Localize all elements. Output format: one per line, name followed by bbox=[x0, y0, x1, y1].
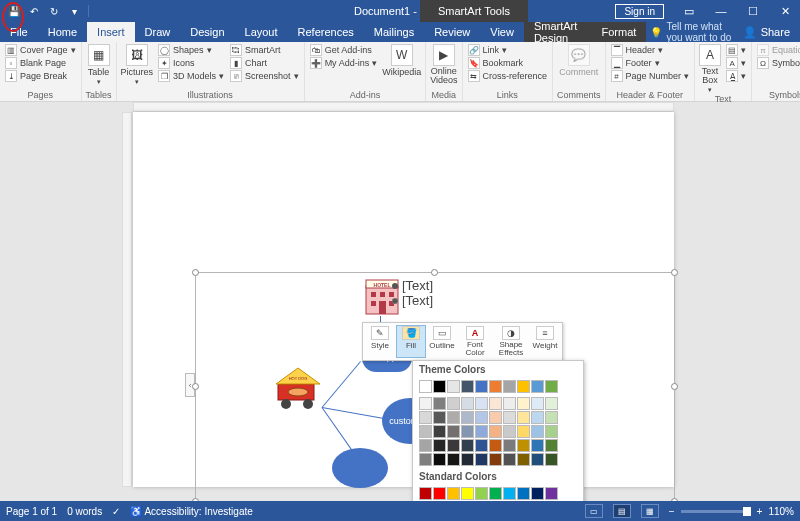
zoom-slider-thumb[interactable] bbox=[743, 507, 751, 516]
tab-references[interactable]: References bbox=[288, 22, 364, 42]
color-swatch[interactable] bbox=[419, 380, 432, 393]
sign-in-button[interactable]: Sign in bbox=[615, 4, 664, 19]
qat-customize-icon[interactable]: ▾ bbox=[66, 3, 82, 19]
tab-home[interactable]: Home bbox=[38, 22, 87, 42]
smartart-node-empty[interactable] bbox=[332, 448, 388, 488]
color-swatch[interactable] bbox=[447, 487, 460, 500]
color-swatch[interactable] bbox=[475, 397, 488, 410]
color-swatch[interactable] bbox=[433, 397, 446, 410]
link-button[interactable]: 🔗Link ▾ bbox=[467, 44, 549, 56]
color-swatch[interactable] bbox=[489, 397, 502, 410]
wordart-button[interactable]: A▾ bbox=[725, 57, 747, 69]
color-swatch[interactable] bbox=[531, 380, 544, 393]
color-swatch[interactable] bbox=[433, 380, 446, 393]
shapes-button[interactable]: ◯Shapes ▾ bbox=[157, 44, 225, 56]
color-swatch[interactable] bbox=[531, 397, 544, 410]
smartart-button[interactable]: ⿻SmartArt bbox=[229, 44, 300, 56]
fill-button[interactable]: 🪣Fill bbox=[396, 325, 426, 358]
style-button[interactable]: ✎Style bbox=[365, 325, 395, 358]
color-swatch[interactable] bbox=[503, 439, 516, 452]
color-swatch[interactable] bbox=[433, 411, 446, 424]
ribbon-options-icon[interactable]: ▭ bbox=[674, 0, 704, 22]
color-swatch[interactable] bbox=[461, 380, 474, 393]
color-swatch[interactable] bbox=[419, 487, 432, 500]
color-swatch[interactable] bbox=[489, 487, 502, 500]
color-swatch[interactable] bbox=[475, 453, 488, 466]
3d-models-button[interactable]: ❒3D Models ▾ bbox=[157, 70, 225, 82]
color-swatch[interactable] bbox=[503, 453, 516, 466]
undo-icon[interactable]: ↶ bbox=[26, 3, 42, 19]
color-swatch[interactable] bbox=[461, 425, 474, 438]
footer-button[interactable]: ▁Footer ▾ bbox=[610, 57, 691, 69]
page-break-button[interactable]: ⤓Page Break bbox=[4, 70, 77, 82]
color-swatch[interactable] bbox=[419, 453, 432, 466]
share-button[interactable]: 👤 Share bbox=[733, 22, 800, 42]
my-addins-button[interactable]: ➕My Add-ins ▾ bbox=[309, 57, 379, 69]
symbol-button[interactable]: ΩSymbol ▾ bbox=[756, 57, 800, 69]
color-swatch[interactable] bbox=[489, 411, 502, 424]
color-swatch[interactable] bbox=[517, 425, 530, 438]
spellcheck-icon[interactable]: ✓ bbox=[112, 506, 120, 517]
text-box-button[interactable]: A Text Box▾ bbox=[699, 44, 721, 94]
color-swatch[interactable] bbox=[489, 439, 502, 452]
hotdog-cart-image[interactable]: HOT DOG bbox=[272, 364, 324, 410]
close-button[interactable]: ✕ bbox=[770, 0, 800, 22]
redo-icon[interactable]: ↻ bbox=[46, 3, 62, 19]
tab-design[interactable]: Design bbox=[180, 22, 234, 42]
resize-handle[interactable] bbox=[431, 269, 438, 276]
color-swatch[interactable] bbox=[461, 411, 474, 424]
pictures-button[interactable]: 🖼 Pictures▾ bbox=[121, 44, 154, 86]
tab-draw[interactable]: Draw bbox=[135, 22, 181, 42]
tab-mailings[interactable]: Mailings bbox=[364, 22, 424, 42]
color-swatch[interactable] bbox=[433, 439, 446, 452]
page-number-button[interactable]: #Page Number ▾ bbox=[610, 70, 691, 82]
color-swatch[interactable] bbox=[475, 487, 488, 500]
color-swatch[interactable] bbox=[475, 425, 488, 438]
zoom-in-button[interactable]: + bbox=[757, 506, 763, 517]
tab-file[interactable]: File bbox=[0, 22, 38, 42]
save-icon[interactable]: 💾 bbox=[6, 3, 22, 19]
equation-button[interactable]: πEquation ▾ bbox=[756, 44, 800, 56]
color-swatch[interactable] bbox=[419, 439, 432, 452]
resize-handle[interactable] bbox=[671, 383, 678, 390]
cover-page-button[interactable]: ▥Cover Page ▾ bbox=[4, 44, 77, 56]
quick-parts-button[interactable]: ▤▾ bbox=[725, 44, 747, 56]
text-pane-row[interactable]: [Text] bbox=[392, 293, 433, 308]
ruler-vertical[interactable] bbox=[122, 112, 132, 487]
color-swatch[interactable] bbox=[545, 411, 558, 424]
color-swatch[interactable] bbox=[447, 439, 460, 452]
color-swatch[interactable] bbox=[545, 487, 558, 500]
color-swatch[interactable] bbox=[489, 380, 502, 393]
color-swatch[interactable] bbox=[447, 411, 460, 424]
color-swatch[interactable] bbox=[419, 425, 432, 438]
resize-handle[interactable] bbox=[192, 383, 199, 390]
screenshot-button[interactable]: ⎚Screenshot ▾ bbox=[229, 70, 300, 82]
color-swatch[interactable] bbox=[531, 411, 544, 424]
color-swatch[interactable] bbox=[503, 425, 516, 438]
color-swatch[interactable] bbox=[461, 397, 474, 410]
chart-button[interactable]: ▮Chart bbox=[229, 57, 300, 69]
ruler-horizontal[interactable] bbox=[133, 102, 674, 112]
print-layout-button[interactable]: ▤ bbox=[613, 504, 631, 518]
color-swatch[interactable] bbox=[545, 397, 558, 410]
resize-handle[interactable] bbox=[192, 269, 199, 276]
online-videos-button[interactable]: ▶ Online Videos bbox=[430, 44, 457, 85]
color-swatch[interactable] bbox=[447, 397, 460, 410]
color-swatch[interactable] bbox=[447, 425, 460, 438]
color-swatch[interactable] bbox=[433, 453, 446, 466]
tab-review[interactable]: Review bbox=[424, 22, 480, 42]
color-swatch[interactable] bbox=[475, 439, 488, 452]
resize-handle[interactable] bbox=[671, 269, 678, 276]
tab-smartart-design[interactable]: SmartArt Design bbox=[524, 22, 592, 42]
color-swatch[interactable] bbox=[531, 439, 544, 452]
color-swatch[interactable] bbox=[531, 453, 544, 466]
color-swatch[interactable] bbox=[447, 453, 460, 466]
table-button[interactable]: ▦ Table▾ bbox=[88, 44, 110, 86]
color-swatch[interactable] bbox=[461, 487, 474, 500]
color-swatch[interactable] bbox=[517, 411, 530, 424]
color-swatch[interactable] bbox=[517, 397, 530, 410]
color-swatch[interactable] bbox=[433, 487, 446, 500]
weight-button[interactable]: ≡Weight bbox=[530, 325, 560, 358]
header-button[interactable]: ▔Header ▾ bbox=[610, 44, 691, 56]
color-swatch[interactable] bbox=[503, 487, 516, 500]
